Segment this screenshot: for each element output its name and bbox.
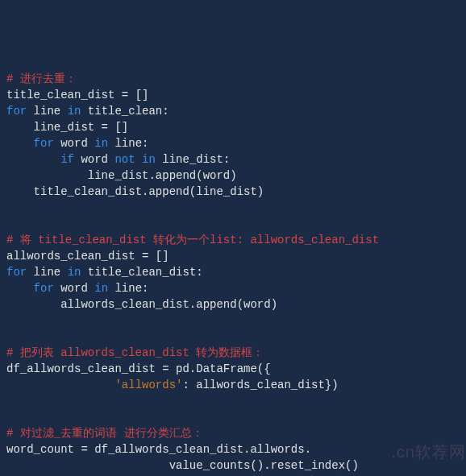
code-line: 'allwords': allwords_clean_dist}) xyxy=(6,377,460,393)
code-line: # 把列表 allwords_clean_dist 转为数据框： xyxy=(6,345,460,361)
keyword-for: for xyxy=(6,266,27,279)
code-line: allwords_clean_dist = [] xyxy=(6,248,460,264)
comment: # 对过滤_去重的词语 进行分类汇总： xyxy=(6,427,203,440)
comment: # 把列表 allwords_clean_dist 转为数据框： xyxy=(6,346,264,359)
code-line: for word in line: xyxy=(6,135,460,151)
code-line: df_allwords_clean_dist = pd.DataFrame({ xyxy=(6,361,460,377)
code-line: line_dist.append(word) xyxy=(6,168,460,184)
blank-line xyxy=(6,393,460,409)
blank-line xyxy=(6,329,460,345)
blank-line xyxy=(6,216,460,232)
code-line: value_counts().reset_index() xyxy=(6,457,460,474)
string-literal: 'allwords' xyxy=(114,379,182,391)
code-line: word_count = df_allwords_clean_dist.allw… xyxy=(6,441,460,457)
code-line: # 对过滤_去重的词语 进行分类汇总： xyxy=(6,425,460,441)
keyword-if: if xyxy=(6,153,74,166)
keyword-in: in xyxy=(68,266,81,279)
keyword-for: for xyxy=(6,137,54,150)
keyword-in: in xyxy=(68,105,81,118)
keyword-in: in xyxy=(94,137,108,150)
code-line: # 进行去重： xyxy=(6,71,460,87)
code-line: for line in title_clean: xyxy=(6,103,460,119)
code-line: # 将 title_clean_dist 转化为一个list: allwords… xyxy=(6,232,460,248)
code-line: for word in line: xyxy=(6,280,460,296)
keyword-in: in xyxy=(94,282,108,295)
code-block: # 进行去重：title_clean_dist = []for line in … xyxy=(6,71,460,476)
blank-line xyxy=(6,313,460,329)
code-line: title_clean_dist = [] xyxy=(6,87,460,103)
code-line: line_dist = [] xyxy=(6,119,460,135)
keyword-not: not xyxy=(114,153,135,166)
keyword-for: for xyxy=(6,282,54,295)
keyword-for: for xyxy=(6,105,27,118)
code-line: for line in title_clean_dist: xyxy=(6,264,460,280)
comment: # 进行去重： xyxy=(6,72,77,85)
comment: # 将 title_clean_dist 转化为一个list: allwords… xyxy=(6,234,379,246)
code-line: allwords_clean_dist.append(word) xyxy=(6,296,460,313)
blank-line xyxy=(6,409,460,425)
code-line: if word not in line_dist: xyxy=(6,151,460,168)
blank-line xyxy=(6,200,460,216)
keyword-in: in xyxy=(142,153,156,166)
code-line: title_clean_dist.append(line_dist) xyxy=(6,184,460,200)
